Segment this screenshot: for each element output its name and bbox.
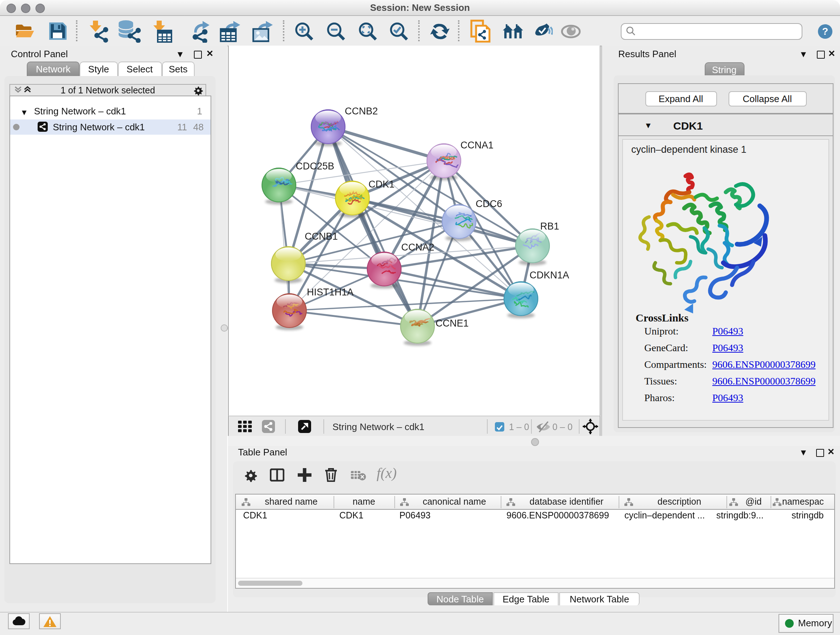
svg-text:RB1: RB1 — [540, 221, 559, 232]
svg-text:?: ? — [822, 26, 828, 37]
svg-text:CDC6: CDC6 — [475, 198, 502, 209]
svg-text:CDKN1A: CDKN1A — [529, 270, 569, 280]
svg-text:CDC25B: CDC25B — [295, 161, 334, 172]
svg-text:CCNA2: CCNA2 — [401, 242, 434, 253]
svg-text:CCNB1: CCNB1 — [304, 231, 338, 242]
svg-text:CCNE1: CCNE1 — [435, 318, 469, 329]
svg-text:CDK1: CDK1 — [368, 179, 394, 190]
svg-text:HIST1H1A: HIST1H1A — [306, 287, 353, 298]
svg-text:CCNB2: CCNB2 — [344, 106, 378, 117]
svg-text:CCNA1: CCNA1 — [460, 140, 493, 150]
